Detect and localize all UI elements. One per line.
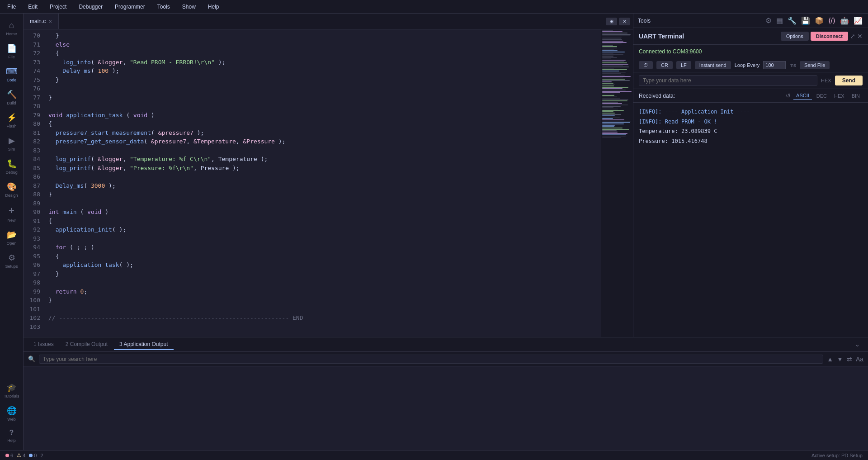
sidebar-item-flash[interactable]: ⚡ Flash — [0, 109, 23, 132]
toolbar-btn-1[interactable]: ⊞ — [606, 18, 617, 25]
tool-icon-package[interactable]: 📦 — [814, 15, 825, 26]
sidebar-item-setups[interactable]: ⚙ Setups — [0, 249, 23, 272]
error-dot — [5, 454, 9, 457]
sidebar-label-open: Open — [6, 241, 16, 246]
search-wrap-btn[interactable]: ⇄ — [847, 356, 852, 363]
uart-send-file-btn[interactable]: Send File — [800, 61, 830, 69]
received-label: Received data: — [639, 93, 675, 99]
menu-bar: File Edit Project Debugger Programmer To… — [0, 0, 868, 14]
bottom-search-input[interactable] — [39, 355, 823, 364]
format-tabs: ASCII DEC HEX BIN — [793, 92, 863, 100]
uart-header: UART Terminal Options Disconnect ⤢ ✕ — [633, 28, 868, 45]
editor-tab-main[interactable]: main.c ✕ — [24, 14, 59, 29]
code-content: 7071727374757677787980818283848586878889… — [24, 29, 633, 337]
sidebar-item-web[interactable]: 🌐 Web — [0, 402, 23, 425]
menu-programmer[interactable]: Programmer — [112, 3, 148, 11]
uart-data-input[interactable] — [639, 75, 817, 86]
tab-issues-label: Issues — [38, 341, 54, 347]
tool-icon-wrench[interactable]: 🔧 — [787, 15, 797, 26]
debug-icon: 🐛 — [7, 159, 17, 169]
sidebar-label-build: Build — [7, 101, 16, 105]
uart-cr-btn[interactable]: CR — [656, 61, 673, 69]
menu-help[interactable]: Help — [205, 3, 222, 11]
received-data-content: [INFO]: ---- Application Init ----[INFO]… — [633, 103, 868, 337]
uart-loop-input[interactable] — [763, 61, 786, 69]
message-dot — [29, 454, 33, 457]
format-ascii[interactable]: ASCII — [793, 92, 812, 100]
tab-issues[interactable]: 1 Issues — [28, 339, 59, 350]
sidebar-item-debug[interactable]: 🐛 Debug — [0, 155, 23, 178]
sidebar-label-file: File — [8, 55, 15, 59]
search-down-btn[interactable]: ▼ — [837, 356, 843, 363]
tool-icon-uart[interactable]: ⟨/⟩ — [827, 15, 836, 26]
tool-icon-chart[interactable]: 📈 — [853, 15, 863, 26]
sidebar-label-home: Home — [6, 32, 17, 36]
code-editor: main.c ✕ ⊞ ✕ 707172737475767778798081828… — [24, 14, 633, 337]
sidebar-label-setups: Setups — [5, 264, 18, 269]
toolbar-btn-2[interactable]: ✕ — [619, 18, 630, 25]
search-up-btn[interactable]: ▲ — [827, 356, 833, 363]
uart-lf-btn[interactable]: LF — [676, 61, 691, 69]
sidebar-item-help[interactable]: ? Help — [0, 425, 23, 446]
uart-disconnect-btn[interactable]: Disconnect — [811, 32, 848, 41]
sidebar-label-web: Web — [7, 417, 15, 422]
sidebar-label-new: New — [7, 218, 15, 223]
tab-app-label: Application Output — [123, 341, 168, 347]
status-messages: 0 — [29, 453, 37, 458]
status-extra: 2 — [40, 453, 43, 458]
sidebar-item-tutorials[interactable]: 🎓 Tutorials — [0, 379, 23, 402]
sidebar-item-design[interactable]: 🎨 Design — [0, 178, 23, 201]
sidebar-item-sim[interactable]: ▶ Sim — [0, 132, 23, 155]
menu-project[interactable]: Project — [47, 3, 69, 11]
menu-file[interactable]: File — [5, 3, 19, 11]
tools-icons: ⚙ ▦ 🔧 💾 📦 ⟨/⟩ 🤖 📈 — [764, 15, 863, 26]
tab-compile[interactable]: 2 Compile Output — [60, 339, 113, 350]
format-hex[interactable]: HEX — [831, 92, 847, 100]
tab-app-output[interactable]: 3 Application Output — [114, 339, 173, 350]
sidebar-item-new[interactable]: + New — [0, 201, 23, 226]
tool-icon-settings[interactable]: ⚙ — [764, 15, 773, 26]
sidebar-label-help: Help — [7, 438, 16, 443]
format-dec[interactable]: DEC — [814, 92, 830, 100]
tool-icon-ai[interactable]: 🤖 — [839, 15, 850, 26]
code-lines[interactable]: } else { log_info( &logger, "Read PROM -… — [44, 29, 601, 337]
uart-send-area: HEX Send — [633, 72, 868, 89]
uart-expand-btn[interactable]: ⤢ — [850, 32, 855, 41]
sidebar-item-open[interactable]: 📂 Open — [0, 226, 23, 249]
sidebar-item-file[interactable]: 📄 File — [0, 40, 23, 63]
editor-tab-bar: main.c ✕ ⊞ ✕ — [24, 14, 633, 29]
active-setup-label: Active setup: — [811, 453, 840, 458]
menu-tools[interactable]: Tools — [155, 3, 173, 11]
web-icon: 🌐 — [7, 406, 17, 416]
uart-instant-btn[interactable]: Instant send — [695, 61, 731, 69]
flash-icon: ⚡ — [7, 113, 17, 123]
home-icon: ⌂ — [9, 21, 14, 30]
sidebar-label-design: Design — [5, 193, 18, 198]
tab-close-btn[interactable]: ✕ — [48, 19, 52, 24]
bottom-collapse-btn[interactable]: ⌄ — [851, 339, 863, 350]
line-numbers: 7071727374757677787980818283848586878889… — [24, 29, 44, 337]
uart-panel: Tools ⚙ ▦ 🔧 💾 📦 ⟨/⟩ 🤖 📈 UART Terminal — [633, 14, 868, 337]
tool-icon-save[interactable]: 💾 — [800, 15, 811, 26]
menu-edit[interactable]: Edit — [25, 3, 40, 11]
bottom-content — [24, 366, 868, 450]
menu-debugger[interactable]: Debugger — [76, 3, 105, 11]
uart-options-btn[interactable]: Options — [781, 32, 809, 41]
uart-time-btn[interactable]: ⏱ — [639, 61, 653, 69]
uart-send-btn[interactable]: Send — [835, 76, 863, 85]
format-bin[interactable]: BIN — [849, 92, 863, 100]
message-count: 0 — [34, 453, 37, 458]
tools-label: Tools — [638, 18, 651, 24]
tool-icon-grid[interactable]: ▦ — [775, 15, 784, 26]
sidebar-item-home[interactable]: ⌂ Home — [0, 17, 23, 40]
sidebar-item-build[interactable]: 🔨 Build — [0, 86, 23, 109]
refresh-icon[interactable]: ↺ — [786, 92, 791, 99]
sidebar-item-code[interactable]: ⌨ Code — [0, 63, 23, 86]
menu-show[interactable]: Show — [179, 3, 198, 11]
uart-close-btn[interactable]: ✕ — [857, 32, 863, 41]
bottom-panel: 1 Issues 2 Compile Output 3 Application … — [24, 337, 868, 450]
design-icon: 🎨 — [7, 182, 17, 192]
sidebar-label-flash: Flash — [6, 124, 16, 128]
uart-ms-label: ms — [789, 62, 796, 68]
search-case-btn[interactable]: Aa — [856, 356, 863, 363]
